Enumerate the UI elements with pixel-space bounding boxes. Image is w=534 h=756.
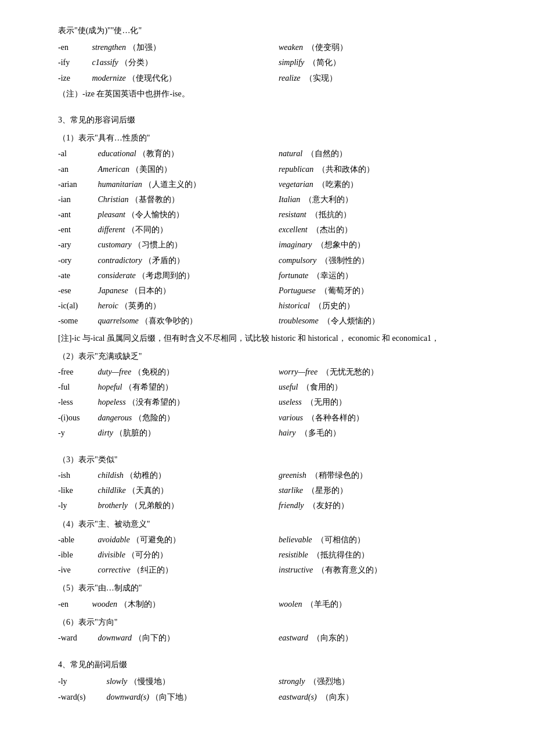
cn-right: （共和政体的） [317,165,374,174]
col-right: strongly （强烈地） [279,674,476,689]
word-right: strongly [279,677,305,686]
word-right: historical [279,301,310,310]
word-right: weaken [279,43,303,52]
col-right: historical （历史的） [279,298,476,313]
col-left: -free duty—free （免税的） [58,365,279,379]
suffix-label: -ese [58,283,96,298]
col-left: -able avoidable （可避免的） [58,532,279,547]
list-item: -less hopeless （没有希望的） useless （无用的） [58,395,476,409]
list-item: -free duty—free （免税的） worry—free （无忧无愁的） [58,365,476,379]
adj-suffix-rows-1: -al educational （教育的） natural （自然的） -an … [58,146,476,328]
cn-right: （使变弱） [307,43,348,52]
word-left: brotherly [98,501,128,510]
cn-left: （木制的） [120,600,160,609]
col-left: -ly brotherly （兄弟般的） [58,498,279,513]
cn-left: （使现代化） [128,74,176,82]
col-right: troublesome （令人烦恼的） [279,314,476,328]
word-left: modernize [92,74,126,82]
sub-1-header: （1）表示"具有…性质的" [58,131,476,145]
col-left: -y dirty （肮脏的） [58,426,279,440]
cn-right: （令人烦恼的） [323,316,380,325]
col-right: various （各种各样的） [279,411,476,425]
word-left: humanitarian [98,180,142,189]
col-left: -(i)ous dangerous （危险的） [58,411,279,425]
word-right: imaginary [279,240,312,249]
cn-right: （多毛的） [300,429,341,437]
cn-left: （习惯上的） [134,240,182,249]
list-item: -able avoidable （可避免的） believable （可相信的） [58,532,476,547]
word-left: heroic [98,301,118,310]
suffix-label: -less [58,395,96,409]
col-left: -like childlike （天真的） [58,483,279,498]
word-left: hopeless [98,398,126,406]
cn-left: （危险的） [134,413,175,422]
word-left: wooden [92,600,118,609]
sub-4-header: （4）表示"主、被动意义" [58,517,476,531]
cn-right: （食用的） [302,383,342,391]
cn-right: （自然的） [306,149,347,158]
list-item: -ate considerate （考虑周到的） fortunate （幸运的） [58,268,476,283]
cn-left: （教育的） [138,149,179,158]
list-item: -ic(al) heroic （英勇的） historical （历史的） [58,298,476,313]
col-right: excellent （杰出的） [279,222,476,237]
list-item: -ent different （不同的） excellent （杰出的） [58,222,476,237]
list-item: -some quarrelsome （喜欢争吵的） troublesome （令… [58,314,476,328]
word-left: childish [98,471,124,480]
word-right: friendly [279,501,304,510]
word-left: pleasant [98,210,125,219]
list-item: -ward downward （向下的） eastward （向东的） [58,631,476,645]
cn-left: （令人愉快的） [127,210,184,219]
intro-header: 表示"使(成为)""使…化" [58,23,476,38]
cn-left: （分类） [120,58,153,67]
word-right: resistant [279,210,306,219]
word-left: c1assify [92,58,118,67]
cn-right: （抵抗的） [311,210,351,219]
word-right: worry—free [279,368,317,376]
word-left: Japanese [98,286,128,295]
cn-right: （无忧无愁的） [322,368,378,376]
col-left: -an American （美国的） [58,162,279,177]
col-right: useless （无用的） [279,395,476,409]
suffix-label: -ible [58,548,96,562]
cn-left: （喜欢争吵的） [140,316,197,325]
suffix-label: -an [58,162,96,177]
word-left: Christian [98,195,129,204]
list-item: -y dirty （肮脏的） hairy （多毛的） [58,426,476,440]
list-item: -al educational （教育的） natural （自然的） [58,146,476,161]
list-item: -ize modernize （使现代化） realize （实现） [58,71,476,85]
cn-left: （可分的） [127,550,168,559]
suffix-label: -en [58,597,90,611]
col-left: -ent different （不同的） [58,222,279,237]
list-item: -ful hopeful （有希望的） useful （食用的） [58,380,476,394]
col-right: eastward （向东的） [279,631,476,645]
col-left: -ful hopeful （有希望的） [58,380,279,394]
col-left: -some quarrelsome （喜欢争吵的） [58,314,279,328]
cn-right: （意大利的） [304,195,353,204]
col-left: -ese Japanese （日本的） [58,283,279,298]
cn-left: （幼稚的） [125,471,166,480]
col-right: friendly （友好的） [279,498,476,513]
list-item: -ory contradictory （矛盾的） compulsory （强制性… [58,253,476,268]
list-item: -ly brotherly （兄弟般的） friendly （友好的） [58,498,476,513]
list-item: -an American （美国的） republican （共和政体的） [58,162,476,177]
col-left: -ive corrective （纠正的） [58,563,279,577]
word-right: vegetarian [279,180,313,189]
word-left: educational [98,149,136,158]
suffix-label: -ful [58,380,96,394]
col-right: useful （食用的） [279,380,476,394]
word-right: various [279,413,303,422]
cn-right: （实现） [305,74,337,82]
suffix-label: -some [58,314,96,328]
word-left: corrective [98,566,131,574]
col-right: resistible （抵抗得住的） [279,548,476,562]
word-right: excellent [279,225,308,234]
col-left: -ory contradictory （矛盾的） [58,253,279,268]
sub-5-header: （5）表示"由…制成的" [58,581,476,595]
word-left: American [98,165,129,174]
suffix-label: -ent [58,222,96,237]
word-right: eastward [279,633,308,642]
suffix-label: -ive [58,563,96,577]
cn-right: （友好的） [308,501,349,510]
suffix-label: -ly [58,498,96,513]
cn-left: （纠正的） [132,566,173,574]
